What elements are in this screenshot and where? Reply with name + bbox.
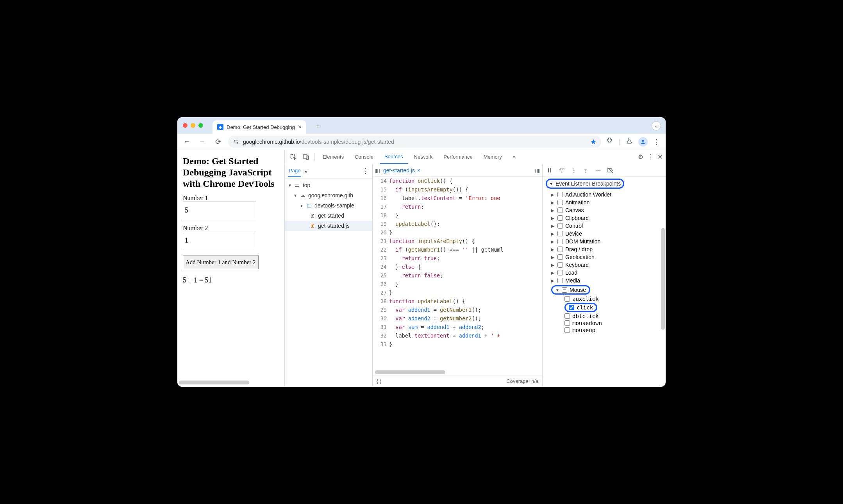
number1-input[interactable] — [183, 202, 256, 219]
number1-label: Number 1 — [183, 195, 279, 202]
devtools-scrollbar[interactable] — [661, 228, 665, 330]
elements-tab[interactable]: Elements — [318, 150, 348, 163]
pretty-print-icon[interactable]: { } — [377, 378, 381, 384]
close-tab-button[interactable]: × — [298, 123, 302, 130]
tab-title: Demo: Get Started Debugging — [227, 124, 295, 130]
svg-point-9 — [573, 172, 574, 173]
coverage-status: Coverage: n/a — [506, 378, 538, 384]
forward-button[interactable]: → — [197, 136, 208, 147]
step-button[interactable] — [594, 167, 601, 173]
line-gutter[interactable]: 1415161718192021222324252627282930313233 — [373, 177, 389, 370]
sources-navigator: Page » ⋮ ▼▭top ▼☁googlechrome.gith ▼🗀dev… — [285, 164, 373, 387]
event-category[interactable]: ▶Geolocation — [543, 253, 666, 261]
page-scrollbar[interactable] — [179, 381, 277, 385]
event-click[interactable]: click — [543, 302, 666, 313]
tree-top[interactable]: ▼▭top — [285, 180, 372, 190]
answer-text: 5 + 1 = 51 — [183, 276, 279, 284]
event-listener-breakpoints-header[interactable]: ▼ Event Listener Breakpoints — [543, 177, 666, 191]
tree-folder[interactable]: ▼🗀devtools-sample — [285, 200, 372, 211]
editor-scrollbar[interactable] — [373, 370, 542, 375]
extensions-icon[interactable] — [606, 137, 613, 146]
tree-file-js[interactable]: 🗎get-started.js — [285, 221, 372, 231]
toggle-debugger-icon[interactable]: ◨ — [535, 167, 540, 173]
more-tabs-button[interactable]: » — [508, 150, 520, 163]
toggle-navigator-icon[interactable]: ◧ — [375, 167, 380, 173]
step-over-button[interactable] — [558, 167, 565, 174]
browser-window: ◆ Demo: Get Started Debugging × ＋ ⌄ ← → … — [177, 117, 666, 387]
svg-point-11 — [600, 170, 600, 171]
tree-file-html[interactable]: 🗎get-started — [285, 211, 372, 221]
minimize-window-button[interactable] — [191, 123, 195, 128]
navigator-more-tabs[interactable]: » — [304, 168, 307, 174]
devtools-close-icon[interactable]: ✕ — [657, 153, 663, 161]
event-category[interactable]: ▶Media — [543, 277, 666, 284]
step-out-button[interactable] — [582, 167, 589, 173]
event-category[interactable]: ▶Control — [543, 222, 666, 230]
event-category[interactable]: ▶Load — [543, 269, 666, 277]
code-area[interactable]: function onClick() { if (inputsAreEmpty(… — [389, 177, 542, 370]
deactivate-breakpoints-button[interactable] — [607, 167, 614, 174]
editor-file-tab[interactable]: get-started.js × — [383, 167, 420, 173]
tabs-dropdown-button[interactable]: ⌄ — [652, 121, 661, 130]
devtools-panel: Elements Console Sources Network Perform… — [285, 150, 666, 387]
debugger-sidebar: ▼ Event Listener Breakpoints ▶Ad Auction… — [543, 164, 666, 387]
svg-point-8 — [561, 172, 562, 172]
favicon-icon: ◆ — [217, 124, 223, 130]
page-heading: Demo: Get Started Debugging JavaScript w… — [183, 155, 279, 189]
devtools-settings-icon[interactable]: ⚙ — [638, 153, 643, 161]
event-auxclick[interactable]: auxclick — [543, 295, 666, 302]
svg-rect-6 — [548, 168, 549, 172]
event-category[interactable]: ▶Device — [543, 230, 666, 238]
event-category[interactable]: ▶Keyboard — [543, 261, 666, 269]
pause-button[interactable] — [547, 167, 553, 173]
address-bar[interactable]: googlechrome.github.io/devtools-samples/… — [228, 136, 601, 148]
network-tab[interactable]: Network — [409, 150, 438, 163]
labs-icon[interactable] — [626, 137, 633, 146]
url-domain: googlechrome.github.io — [243, 139, 300, 145]
inspect-element-icon[interactable] — [288, 152, 299, 163]
memory-tab[interactable]: Memory — [479, 150, 507, 163]
step-into-button[interactable] — [571, 167, 577, 173]
event-category[interactable]: ▶Clipboard — [543, 214, 666, 222]
profile-avatar[interactable] — [638, 137, 648, 147]
navigator-page-tab[interactable]: Page — [288, 166, 301, 177]
event-category[interactable]: ▶DOM Mutation — [543, 238, 666, 245]
svg-point-1 — [237, 142, 238, 143]
event-category[interactable]: ▼Mouse — [543, 284, 666, 295]
svg-point-0 — [234, 140, 235, 141]
window-controls — [183, 123, 203, 128]
sources-tab[interactable]: Sources — [380, 150, 408, 164]
event-category[interactable]: ▶Drag / drop — [543, 245, 666, 253]
performance-tab[interactable]: Performance — [439, 150, 477, 163]
chrome-menu-button[interactable]: ⋮ — [653, 138, 660, 146]
reload-button[interactable]: ⟳ — [213, 136, 223, 147]
event-category[interactable]: ▶Ad Auction Worklet — [543, 191, 666, 198]
add-button[interactable]: Add Number 1 and Number 2 — [183, 256, 259, 269]
file-tree: ▼▭top ▼☁googlechrome.gith ▼🗀devtools-sam… — [285, 179, 372, 387]
devtools-tabbar: Elements Console Sources Network Perform… — [285, 150, 666, 164]
new-tab-button[interactable]: ＋ — [315, 122, 321, 130]
source-editor: ◧ get-started.js × ◨ 1415161718192021222… — [373, 164, 543, 387]
event-category[interactable]: ▶Animation — [543, 198, 666, 206]
event-mousedown[interactable]: mousedown — [543, 320, 666, 327]
maximize-window-button[interactable] — [198, 123, 203, 128]
bookmark-star-icon[interactable]: ★ — [590, 138, 597, 146]
tree-origin[interactable]: ▼☁googlechrome.gith — [285, 190, 372, 200]
number2-input[interactable] — [183, 232, 256, 249]
tab-strip: ◆ Demo: Get Started Debugging × ＋ ⌄ — [177, 117, 666, 134]
devtools-menu-icon[interactable]: ⋮ — [647, 153, 654, 161]
navigator-menu-icon[interactable]: ⋮ — [362, 170, 369, 172]
close-window-button[interactable] — [183, 123, 188, 128]
event-dblclick[interactable]: dblclick — [543, 313, 666, 320]
browser-tab[interactable]: ◆ Demo: Get Started Debugging × — [213, 120, 306, 134]
debugger-toolbar — [543, 164, 666, 177]
console-tab[interactable]: Console — [350, 150, 378, 163]
site-info-icon[interactable] — [233, 139, 239, 145]
back-button[interactable]: ← — [181, 136, 192, 147]
svg-point-2 — [642, 140, 644, 142]
device-toolbar-icon[interactable] — [300, 152, 311, 163]
event-category[interactable]: ▶Canvas — [543, 206, 666, 214]
url-path: /devtools-samples/debug-js/get-started — [300, 139, 394, 145]
close-file-icon[interactable]: × — [417, 167, 420, 173]
event-mouseup[interactable]: mouseup — [543, 327, 666, 334]
